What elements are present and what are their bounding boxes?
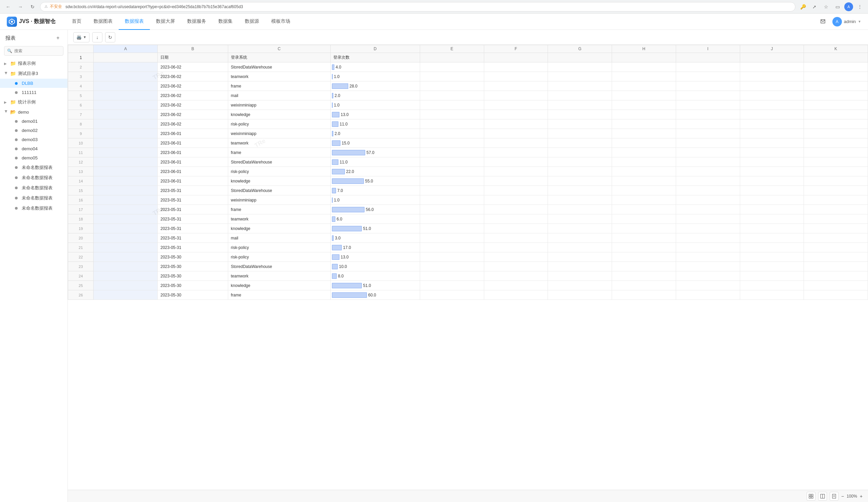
cell-c15[interactable]: StoredDataWarehouse: [228, 186, 330, 195]
cell-k23[interactable]: [804, 262, 868, 272]
more-btn[interactable]: ⋮: [855, 2, 865, 11]
sidebar-item-tongji-example[interactable]: ▶ 📁 统计示例: [0, 97, 68, 107]
cell-b6[interactable]: 2023-06-02: [158, 100, 228, 110]
cell-b21[interactable]: 2023-05-31: [158, 243, 228, 252]
cell-g8[interactable]: [548, 120, 612, 129]
cell-k9[interactable]: [804, 129, 868, 139]
cell-d12[interactable]: 11.0: [330, 157, 420, 167]
cell-g17[interactable]: [548, 205, 612, 214]
cell-c11[interactable]: frame: [228, 148, 330, 157]
sidebar-item-demo02[interactable]: demo02: [0, 126, 68, 135]
cell-j15[interactable]: [740, 186, 804, 195]
nav-screen[interactable]: 数据大屏: [150, 13, 181, 30]
forward-button[interactable]: →: [16, 2, 25, 11]
cell-k20[interactable]: [804, 233, 868, 243]
refresh-button[interactable]: ↻: [105, 32, 115, 42]
cell-j11[interactable]: [740, 148, 804, 157]
sidebar-search-box[interactable]: 🔍: [4, 46, 63, 55]
cell-c23[interactable]: StoredDataWarehouse: [228, 262, 330, 272]
cell-c20[interactable]: mail: [228, 233, 330, 243]
cell-h23[interactable]: [612, 262, 676, 272]
cell-c6[interactable]: weixinminiapp: [228, 100, 330, 110]
cell-e3[interactable]: [420, 72, 484, 81]
sidebar-item-unnamed4[interactable]: 未命名数据报表: [0, 193, 68, 203]
cell-a13[interactable]: [94, 167, 158, 176]
cell-k2[interactable]: [804, 62, 868, 72]
grid-view-btn[interactable]: [807, 492, 815, 501]
cell-c3[interactable]: teamwork: [228, 72, 330, 81]
col-header-k[interactable]: K: [804, 45, 868, 53]
cell-d21[interactable]: 17.0: [330, 243, 420, 252]
cell-c21[interactable]: risk-policy: [228, 243, 330, 252]
cell-f17[interactable]: [484, 205, 548, 214]
cell-c19[interactable]: knowledge: [228, 224, 330, 233]
cell-k17[interactable]: [804, 205, 868, 214]
cell-e13[interactable]: [420, 167, 484, 176]
col-header-j[interactable]: J: [740, 45, 804, 53]
cell-h8[interactable]: [612, 120, 676, 129]
cell-i19[interactable]: [676, 224, 740, 233]
cell-d23[interactable]: 10.0: [330, 262, 420, 272]
nav-service[interactable]: 数据服务: [181, 13, 212, 30]
cell-i7[interactable]: [676, 110, 740, 120]
cell-a26[interactable]: [94, 290, 158, 300]
cell-j25[interactable]: [740, 281, 804, 290]
cell-f25[interactable]: [484, 281, 548, 290]
cell-h6[interactable]: [612, 100, 676, 110]
cell-d11[interactable]: 57.0: [330, 148, 420, 157]
cell-b4[interactable]: 2023-06-02: [158, 81, 228, 91]
cell-i11[interactable]: [676, 148, 740, 157]
cell-h5[interactable]: [612, 91, 676, 100]
cell-c8[interactable]: risk-policy: [228, 120, 330, 129]
cell-g11[interactable]: [548, 148, 612, 157]
cell-j19[interactable]: [740, 224, 804, 233]
cell-f7[interactable]: [484, 110, 548, 120]
bookmark-btn[interactable]: ☆: [821, 2, 831, 11]
cell-b26[interactable]: 2023-05-30: [158, 290, 228, 300]
cell-a15[interactable]: [94, 186, 158, 195]
cell-h2[interactable]: [612, 62, 676, 72]
cell-c9[interactable]: weixinminiapp: [228, 129, 330, 139]
cell-e25[interactable]: [420, 281, 484, 290]
cell-j20[interactable]: [740, 233, 804, 243]
cell-b12[interactable]: 2023-06-01: [158, 157, 228, 167]
cell-j13[interactable]: [740, 167, 804, 176]
cell-g12[interactable]: [548, 157, 612, 167]
cell-i3[interactable]: [676, 72, 740, 81]
cell-f5[interactable]: [484, 91, 548, 100]
nav-template[interactable]: 模板市场: [265, 13, 296, 30]
col-header-d[interactable]: D: [330, 45, 420, 53]
cell-k6[interactable]: [804, 100, 868, 110]
cell-j3[interactable]: [740, 72, 804, 81]
nav-dataset[interactable]: 数据集: [212, 13, 239, 30]
cell-h4[interactable]: [612, 81, 676, 91]
print-button[interactable]: 🖨️ ▼: [73, 32, 90, 42]
cell-h18[interactable]: [612, 214, 676, 224]
cell-e20[interactable]: [420, 233, 484, 243]
password-icon-btn[interactable]: 🔑: [798, 2, 808, 11]
cell-k14[interactable]: [804, 176, 868, 186]
cell-d13[interactable]: 22.0: [330, 167, 420, 176]
cell-k11[interactable]: [804, 148, 868, 157]
cell-f19[interactable]: [484, 224, 548, 233]
cell-h21[interactable]: [612, 243, 676, 252]
cell-c12[interactable]: StoredDataWarehouse: [228, 157, 330, 167]
cell-j9[interactable]: [740, 129, 804, 139]
cell-e2[interactable]: [420, 62, 484, 72]
cell-a12[interactable]: [94, 157, 158, 167]
cell-d3[interactable]: 1.0: [330, 72, 420, 81]
cell-k21[interactable]: [804, 243, 868, 252]
cell-i18[interactable]: [676, 214, 740, 224]
cell-i10[interactable]: [676, 139, 740, 148]
cell-k10[interactable]: [804, 139, 868, 148]
col-header-b[interactable]: B: [158, 45, 228, 53]
cell-a18[interactable]: [94, 214, 158, 224]
cell-g14[interactable]: [548, 176, 612, 186]
cell-f13[interactable]: [484, 167, 548, 176]
cell-i14[interactable]: [676, 176, 740, 186]
cell-g5[interactable]: [548, 91, 612, 100]
back-button[interactable]: ←: [3, 2, 13, 11]
cell-c18[interactable]: teamwork: [228, 214, 330, 224]
cell-d24[interactable]: 8.0: [330, 272, 420, 281]
cell-f14[interactable]: [484, 176, 548, 186]
